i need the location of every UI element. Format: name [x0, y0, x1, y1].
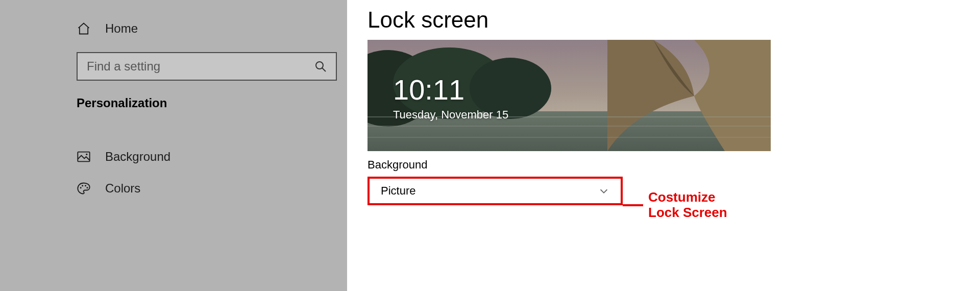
svg-point-7	[86, 187, 88, 188]
background-section-label: Background	[368, 158, 960, 172]
search-icon	[314, 60, 327, 72]
preview-time: 10:11	[393, 76, 508, 104]
page-title: Lock screen	[368, 7, 960, 33]
background-dropdown-value: Picture	[381, 184, 415, 198]
chevron-down-icon	[598, 185, 609, 197]
nav-home-label: Home	[105, 21, 138, 36]
svg-point-6	[85, 185, 86, 186]
lock-screen-preview: 10:11 Tuesday, November 15	[368, 40, 771, 151]
svg-point-4	[80, 187, 82, 188]
preview-clock: 10:11 Tuesday, November 15	[393, 76, 508, 122]
annotation: CostumizeLock Screen	[623, 190, 727, 221]
svg-point-0	[316, 62, 323, 69]
sidebar-item-colors[interactable]: Colors	[77, 173, 332, 204]
svg-rect-15	[368, 137, 771, 138]
nav-home[interactable]: Home	[77, 15, 332, 42]
sidebar-item-label: Background	[105, 150, 170, 164]
sidebar-item-label: Colors	[105, 181, 140, 196]
svg-point-3	[86, 154, 87, 155]
palette-icon	[77, 181, 91, 196]
preview-date: Tuesday, November 15	[393, 108, 508, 122]
home-icon	[77, 21, 91, 36]
category-title: Personalization	[77, 96, 332, 110]
search-box[interactable]	[77, 52, 337, 81]
sidebar-item-background[interactable]: Background	[77, 141, 332, 173]
search-input[interactable]	[87, 59, 314, 74]
svg-line-1	[322, 68, 326, 71]
svg-rect-14	[368, 126, 771, 127]
svg-point-5	[82, 185, 83, 186]
content: Lock screen	[347, 0, 980, 291]
background-dropdown[interactable]: Picture	[368, 177, 623, 205]
sidebar: Home Personalization Background Colors	[0, 0, 347, 291]
annotation-line	[623, 204, 643, 206]
image-icon	[77, 150, 91, 164]
annotation-text: CostumizeLock Screen	[648, 190, 727, 221]
